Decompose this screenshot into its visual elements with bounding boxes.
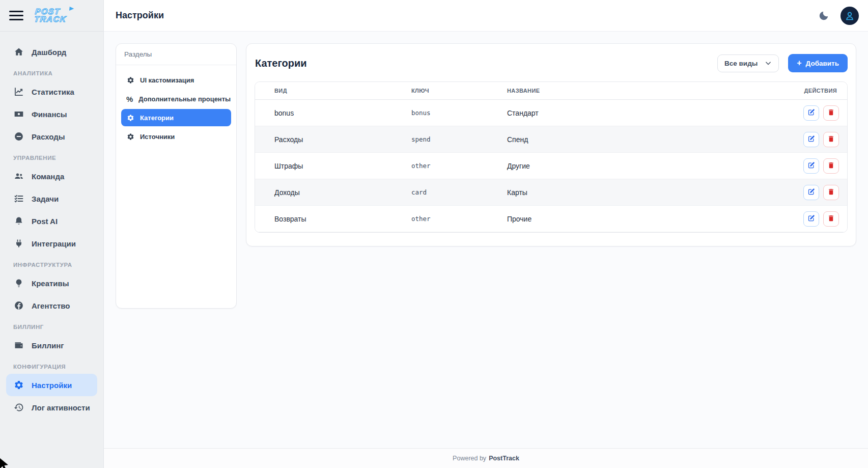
person-icon: [844, 10, 855, 21]
sidebar-item-label: Настройки: [32, 381, 72, 390]
trash-icon: [827, 108, 835, 118]
dark-mode-toggle[interactable]: [817, 9, 830, 22]
cell-actions: [745, 179, 847, 206]
cell-key: card: [411, 179, 507, 206]
add-category-button[interactable]: + Добавить: [788, 54, 848, 72]
cell-name: Прочие: [507, 206, 745, 232]
edit-button[interactable]: [803, 211, 819, 227]
sidebar-item-14[interactable]: Биллинг: [6, 334, 97, 356]
edit-button[interactable]: [803, 105, 819, 121]
edit-icon: [807, 135, 815, 144]
gear-icon: [13, 380, 24, 391]
delete-button[interactable]: [823, 185, 839, 200]
sidebar-item-label: Задачи: [32, 195, 59, 203]
page-title: Настройки: [116, 10, 164, 21]
sidebar-item-4[interactable]: Расходы: [6, 125, 97, 148]
logo-line2: TRACK: [34, 16, 67, 23]
delete-button[interactable]: [823, 132, 839, 147]
trash-icon: [827, 214, 835, 224]
gear-icon: [126, 76, 134, 84]
cell-actions: [745, 206, 847, 232]
cell-actions: [745, 126, 847, 153]
bulb-icon: [13, 278, 24, 289]
plug-icon: [13, 238, 24, 249]
sidebar-item-label: Дашборд: [32, 48, 66, 57]
sidebar-item-0[interactable]: Дашборд: [6, 41, 97, 63]
menu-toggle-icon[interactable]: [9, 11, 23, 21]
categories-table: ВИДКЛЮЧНАЗВАНИЕДЕЙСТВИЯ bonusbonusСтанда…: [255, 82, 847, 232]
categories-controls: Все виды + Добавить: [717, 54, 848, 72]
cell-vid: Штрафы: [255, 153, 411, 179]
user-avatar[interactable]: [841, 7, 859, 25]
trash-icon: [827, 188, 835, 197]
edit-button[interactable]: [803, 158, 819, 174]
type-filter-select[interactable]: Все виды: [717, 54, 779, 72]
sidebar-item-label: Биллинг: [32, 341, 64, 350]
sidebar-section-label: АНАЛИТИКА: [6, 63, 97, 80]
sidebar-item-3[interactable]: Финансы: [6, 103, 97, 125]
edit-button[interactable]: [803, 185, 819, 200]
sidebar-item-label: Финансы: [32, 110, 67, 119]
sidebar-section-label: ИНФРАСТРУКТУРА: [6, 255, 97, 272]
cell-key: other: [411, 153, 507, 179]
sidebar-item-16[interactable]: Настройки: [6, 374, 97, 396]
table-row-0: bonusbonusСтандарт: [255, 100, 847, 126]
sidebar-item-label: Расходы: [32, 132, 65, 141]
row-actions: [803, 158, 839, 174]
sidebar-item-label: Статистика: [32, 88, 74, 96]
table-row-3: ДоходыcardКарты: [255, 179, 847, 206]
sidebar-item-label: Post AI: [32, 217, 58, 226]
bell-icon: [13, 216, 24, 227]
delete-button[interactable]: [823, 158, 839, 174]
row-actions: [803, 185, 839, 200]
sidebar-item-6[interactable]: Команда: [6, 165, 97, 187]
settings-section-item-2[interactable]: Категории: [121, 109, 231, 126]
settings-section-item-3[interactable]: Источники: [121, 128, 231, 145]
column-header-1: КЛЮЧ: [411, 82, 507, 100]
sections-card: Разделы UI кастомизация%Дополнительные п…: [116, 43, 237, 309]
type-filter-value: Все виды: [724, 60, 758, 67]
footer: Powered by PostTrack: [104, 448, 868, 468]
edit-button[interactable]: [803, 132, 819, 147]
money-icon: [13, 109, 24, 120]
delete-button[interactable]: [823, 105, 839, 121]
edit-icon: [807, 161, 815, 171]
delete-button[interactable]: [823, 211, 839, 227]
settings-section-label: UI кастомизация: [140, 76, 194, 84]
table-row-2: ШтрафыotherДругие: [255, 153, 847, 179]
cell-vid: Доходы: [255, 179, 411, 206]
row-actions: [803, 105, 839, 121]
sidebar-item-17[interactable]: Лог активности: [6, 396, 97, 419]
settings-section-item-1[interactable]: %Дополнительные проценты: [121, 90, 231, 107]
sidebar-item-label: Команда: [32, 172, 64, 181]
sidebar-item-12[interactable]: Агентство: [6, 294, 97, 317]
chevron-down-icon: [765, 60, 772, 67]
chart-icon: [13, 87, 24, 97]
percent-icon: %: [126, 95, 133, 103]
content: Разделы UI кастомизация%Дополнительные п…: [104, 32, 868, 448]
sidebar-section-label: БИЛЛИНГ: [6, 317, 97, 334]
cell-actions: [745, 100, 847, 126]
history-icon: [13, 402, 24, 413]
row-actions: [803, 211, 839, 227]
sections-card-title: Разделы: [116, 44, 236, 65]
sidebar-item-7[interactable]: Задачи: [6, 187, 97, 210]
sidebar-item-11[interactable]: Креативы: [6, 272, 97, 294]
sections-list: UI кастомизация%Дополнительные процентыК…: [116, 65, 236, 153]
sidebar-item-8[interactable]: Post AI: [6, 210, 97, 232]
settings-section-item-0[interactable]: UI кастомизация: [121, 71, 231, 89]
settings-section-label: Источники: [140, 133, 175, 141]
sidebar-item-9[interactable]: Интеграции: [6, 232, 97, 255]
cell-name: Другие: [507, 153, 745, 179]
main-area: Настройки Разделы UI каст: [104, 0, 868, 468]
sidebar-item-2[interactable]: Статистика: [6, 80, 97, 103]
sidebar-header: POST TRACK: [0, 0, 103, 32]
mouse-cursor-icon: [0, 458, 11, 468]
moon-icon: [818, 10, 829, 21]
cell-key: spend: [411, 126, 507, 153]
cell-key: other: [411, 206, 507, 232]
categories-title: Категории: [255, 58, 307, 69]
column-header-2: НАЗВАНИЕ: [507, 82, 745, 100]
footer-prefix: Powered by: [453, 455, 486, 462]
settings-section-label: Дополнительные проценты: [138, 95, 231, 103]
